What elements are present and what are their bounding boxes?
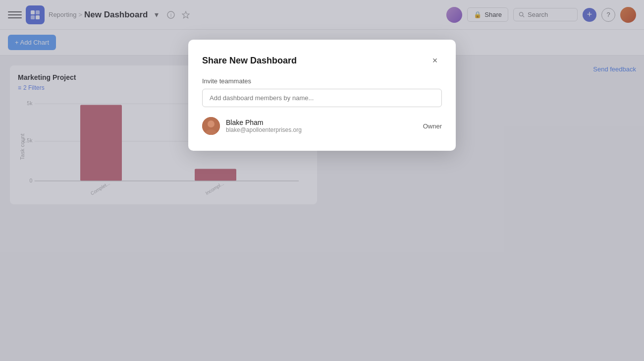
member-row: Blake Pham blake@apolloenterprises.org O… [202,117,442,135]
svg-point-22 [208,120,215,127]
modal-header: Share New Dashboard × [202,54,442,67]
member-info: Blake Pham blake@apolloenterprises.org [226,119,417,133]
modal-close-button[interactable]: × [428,54,442,67]
share-modal: Share New Dashboard × Invite teammates B… [188,40,456,151]
invite-input[interactable] [202,89,442,107]
modal-backdrop: Share New Dashboard × Invite teammates B… [0,0,644,361]
member-name: Blake Pham [226,119,417,126]
member-role: Owner [423,122,442,130]
modal-title: Share New Dashboard [202,56,297,66]
member-avatar [202,117,220,135]
member-email: blake@apolloenterprises.org [226,126,417,133]
invite-label: Invite teammates [202,77,442,85]
member-avatar-img [202,117,220,135]
